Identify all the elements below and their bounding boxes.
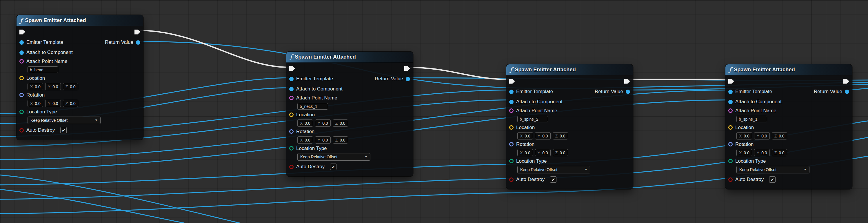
attach-point-name-input[interactable] <box>737 116 767 122</box>
location-y-field[interactable]: Y 0.0 <box>754 132 770 139</box>
node-spawn-emitter-attached[interactable]: ƒ Spawn Emitter Attached Emitter Templat… <box>286 52 413 176</box>
attach-point-name-pin[interactable] <box>20 59 24 63</box>
location-pin[interactable] <box>289 113 293 117</box>
location-pin[interactable] <box>728 125 733 130</box>
exec-in-pin[interactable] <box>289 66 295 71</box>
location-type-pin[interactable] <box>728 159 733 163</box>
rotation-z-value: 0.0 <box>340 138 345 142</box>
rotation-x-field[interactable]: X 0.0 <box>28 100 43 107</box>
location-type-dropdown[interactable]: Keep Relative Offset ▼ <box>297 153 370 161</box>
check-icon: ✔ <box>771 177 774 182</box>
axis-x-label: X <box>300 121 303 126</box>
rotation-y-field[interactable]: Y 0.0 <box>535 149 551 156</box>
location-x-field[interactable]: X 0.0 <box>517 132 533 139</box>
location-x-field[interactable]: X 0.0 <box>28 83 43 90</box>
auto-destroy-pin[interactable] <box>20 128 24 133</box>
rotation-x-field[interactable]: X 0.0 <box>297 136 313 143</box>
location-x-field[interactable]: X 0.0 <box>737 132 752 139</box>
node-spawn-emitter-attached[interactable]: ƒ Spawn Emitter Attached Emitter Templat… <box>725 64 852 189</box>
chevron-down-icon: ▼ <box>95 119 98 122</box>
attach-point-name-pin[interactable] <box>728 108 733 113</box>
location-label: Location <box>26 75 45 81</box>
exec-out-pin[interactable] <box>843 79 849 84</box>
rotation-pin[interactable] <box>20 93 24 97</box>
location-type-dropdown[interactable]: Keep Relative Offset ▼ <box>517 166 590 173</box>
auto-destroy-checkbox[interactable]: ✔ <box>330 164 337 170</box>
node-title: Spawn Emitter Attached <box>25 18 86 24</box>
emitter-template-pin[interactable] <box>289 77 293 81</box>
auto-destroy-pin[interactable] <box>509 177 514 182</box>
rotation-x-field[interactable]: X 0.0 <box>737 149 752 156</box>
attach-to-component-pin[interactable] <box>289 87 293 91</box>
location-type-label: Location Type <box>735 158 766 164</box>
return-value-pin[interactable] <box>626 90 630 94</box>
node-title-bar[interactable]: ƒ Spawn Emitter Attached <box>286 52 413 63</box>
attach-point-name-pin[interactable] <box>289 96 293 100</box>
emitter-template-label: Emitter Template <box>296 76 333 82</box>
location-pin[interactable] <box>509 125 514 130</box>
rotation-z-field[interactable]: Z 0.0 <box>553 149 568 156</box>
exec-out-pin[interactable] <box>404 66 410 71</box>
emitter-template-pin[interactable] <box>20 40 24 45</box>
location-type-value: Keep Relative Offset <box>300 155 337 159</box>
auto-destroy-checkbox[interactable]: ✔ <box>769 176 776 183</box>
node-title-bar[interactable]: ƒ Spawn Emitter Attached <box>506 64 633 75</box>
rotation-y-field[interactable]: Y 0.0 <box>754 149 770 156</box>
location-z-field[interactable]: Z 0.0 <box>333 119 348 127</box>
attach-point-name-pin[interactable] <box>509 108 514 113</box>
location-type-pin[interactable] <box>509 159 514 163</box>
auto-destroy-checkbox[interactable]: ✔ <box>60 127 67 133</box>
rotation-pin[interactable] <box>728 142 733 146</box>
return-value-pin[interactable] <box>845 90 849 94</box>
location-type-pin[interactable] <box>289 146 293 150</box>
location-x-field[interactable]: X 0.0 <box>297 119 313 127</box>
node-spawn-emitter-attached[interactable]: ƒ Spawn Emitter Attached Emitter Templat… <box>506 64 633 189</box>
location-z-field[interactable]: Z 0.0 <box>553 132 568 139</box>
location-y-field[interactable]: Y 0.0 <box>315 119 331 127</box>
location-type-dropdown[interactable]: Keep Relative Offset ▼ <box>737 166 809 173</box>
rotation-z-field[interactable]: Z 0.0 <box>333 136 348 143</box>
attach-point-name-input[interactable] <box>297 103 328 110</box>
rotation-y-field[interactable]: Y 0.0 <box>45 100 61 107</box>
location-z-field[interactable]: Z 0.0 <box>772 132 787 139</box>
attach-to-component-pin[interactable] <box>509 100 514 104</box>
location-pin[interactable] <box>20 76 24 80</box>
rotation-z-field[interactable]: Z 0.0 <box>772 149 787 156</box>
exec-out-pin[interactable] <box>624 79 630 84</box>
attach-point-name-input[interactable] <box>517 116 548 122</box>
node-title: Spawn Emitter Attached <box>734 67 795 73</box>
location-z-field[interactable]: Z 0.0 <box>63 83 78 90</box>
axis-x-label: X <box>739 134 742 138</box>
rotation-y-field[interactable]: Y 0.0 <box>315 136 331 143</box>
emitter-template-pin[interactable] <box>509 90 514 94</box>
auto-destroy-checkbox[interactable]: ✔ <box>550 176 556 183</box>
rotation-z-field[interactable]: Z 0.0 <box>63 100 78 107</box>
return-value-pin[interactable] <box>136 40 140 45</box>
location-y-field[interactable]: Y 0.0 <box>535 132 551 139</box>
exec-out-pin[interactable] <box>134 30 140 34</box>
function-icon: ƒ <box>510 67 512 73</box>
rotation-label: Rotation <box>735 141 753 147</box>
node-spawn-emitter-attached[interactable]: ƒ Spawn Emitter Attached Emitter Templat… <box>17 15 143 140</box>
emitter-template-pin[interactable] <box>728 90 733 94</box>
location-type-dropdown[interactable]: Keep Relative Offset ▼ <box>28 117 100 124</box>
auto-destroy-pin[interactable] <box>289 165 293 169</box>
location-y-field[interactable]: Y 0.0 <box>45 83 61 90</box>
exec-in-pin[interactable] <box>728 79 734 84</box>
rotation-pin[interactable] <box>509 142 514 146</box>
attach-point-name-label: Attach Point Name <box>296 95 337 101</box>
attach-point-name-input[interactable] <box>28 66 58 73</box>
rotation-pin[interactable] <box>289 129 293 134</box>
attach-to-component-pin[interactable] <box>728 100 733 104</box>
attach-to-component-pin[interactable] <box>20 51 24 55</box>
node-title-bar[interactable]: ƒ Spawn Emitter Attached <box>17 15 143 26</box>
rotation-x-field[interactable]: X 0.0 <box>517 149 533 156</box>
exec-in-pin[interactable] <box>20 30 25 34</box>
location-type-pin[interactable] <box>20 110 24 114</box>
node-body: Emitter Template Return Value Attach to … <box>506 75 633 189</box>
return-value-pin[interactable] <box>406 77 410 81</box>
node-title-bar[interactable]: ƒ Spawn Emitter Attached <box>725 64 852 75</box>
blueprint-graph-canvas[interactable]: ƒ Spawn Emitter Attached Emitter Templat… <box>0 0 868 223</box>
auto-destroy-pin[interactable] <box>728 177 733 182</box>
exec-in-pin[interactable] <box>509 79 515 84</box>
